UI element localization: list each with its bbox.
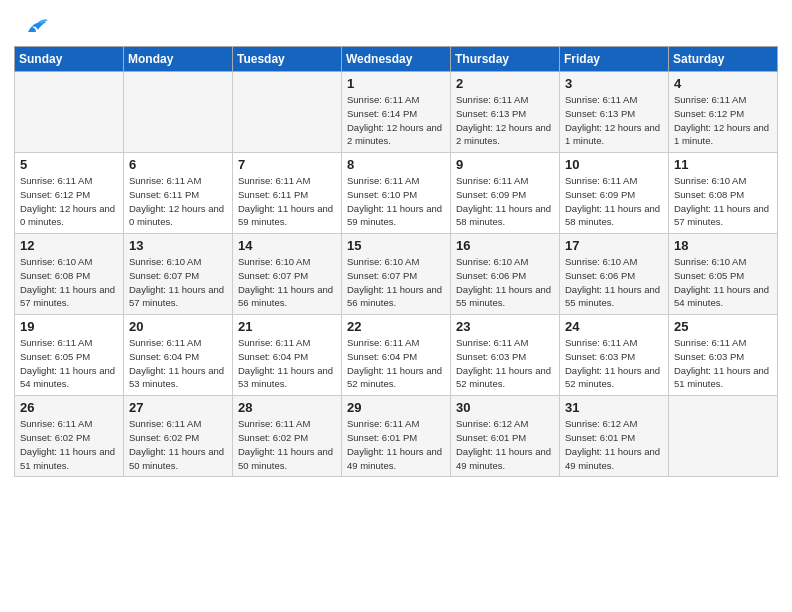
calendar-cell: 18Sunrise: 6:10 AM Sunset: 6:05 PM Dayli… (669, 234, 778, 315)
day-info: Sunrise: 6:11 AM Sunset: 6:04 PM Dayligh… (347, 336, 445, 391)
day-info: Sunrise: 6:11 AM Sunset: 6:09 PM Dayligh… (456, 174, 554, 229)
calendar-header-row: SundayMondayTuesdayWednesdayThursdayFrid… (15, 47, 778, 72)
calendar-header-friday: Friday (560, 47, 669, 72)
day-info: Sunrise: 6:11 AM Sunset: 6:03 PM Dayligh… (565, 336, 663, 391)
day-info: Sunrise: 6:12 AM Sunset: 6:01 PM Dayligh… (456, 417, 554, 472)
day-info: Sunrise: 6:11 AM Sunset: 6:05 PM Dayligh… (20, 336, 118, 391)
calendar-cell (15, 72, 124, 153)
day-info: Sunrise: 6:11 AM Sunset: 6:12 PM Dayligh… (674, 93, 772, 148)
day-info: Sunrise: 6:10 AM Sunset: 6:07 PM Dayligh… (129, 255, 227, 310)
calendar-cell: 9Sunrise: 6:11 AM Sunset: 6:09 PM Daylig… (451, 153, 560, 234)
day-info: Sunrise: 6:11 AM Sunset: 6:04 PM Dayligh… (238, 336, 336, 391)
calendar-cell: 3Sunrise: 6:11 AM Sunset: 6:13 PM Daylig… (560, 72, 669, 153)
day-number: 16 (456, 238, 554, 253)
day-number: 20 (129, 319, 227, 334)
day-info: Sunrise: 6:10 AM Sunset: 6:05 PM Dayligh… (674, 255, 772, 310)
calendar-week-3: 12Sunrise: 6:10 AM Sunset: 6:08 PM Dayli… (15, 234, 778, 315)
calendar-header-thursday: Thursday (451, 47, 560, 72)
day-info: Sunrise: 6:11 AM Sunset: 6:02 PM Dayligh… (129, 417, 227, 472)
calendar-cell: 10Sunrise: 6:11 AM Sunset: 6:09 PM Dayli… (560, 153, 669, 234)
calendar-cell (669, 396, 778, 477)
day-number: 7 (238, 157, 336, 172)
day-info: Sunrise: 6:11 AM Sunset: 6:11 PM Dayligh… (238, 174, 336, 229)
header (0, 0, 792, 46)
day-number: 5 (20, 157, 118, 172)
day-info: Sunrise: 6:11 AM Sunset: 6:02 PM Dayligh… (20, 417, 118, 472)
calendar-cell: 7Sunrise: 6:11 AM Sunset: 6:11 PM Daylig… (233, 153, 342, 234)
calendar-week-2: 5Sunrise: 6:11 AM Sunset: 6:12 PM Daylig… (15, 153, 778, 234)
calendar-cell: 12Sunrise: 6:10 AM Sunset: 6:08 PM Dayli… (15, 234, 124, 315)
calendar-header-monday: Monday (124, 47, 233, 72)
day-number: 30 (456, 400, 554, 415)
calendar-cell: 21Sunrise: 6:11 AM Sunset: 6:04 PM Dayli… (233, 315, 342, 396)
day-number: 17 (565, 238, 663, 253)
calendar-cell: 11Sunrise: 6:10 AM Sunset: 6:08 PM Dayli… (669, 153, 778, 234)
day-info: Sunrise: 6:10 AM Sunset: 6:07 PM Dayligh… (347, 255, 445, 310)
day-number: 19 (20, 319, 118, 334)
day-info: Sunrise: 6:10 AM Sunset: 6:07 PM Dayligh… (238, 255, 336, 310)
day-number: 9 (456, 157, 554, 172)
calendar-cell: 30Sunrise: 6:12 AM Sunset: 6:01 PM Dayli… (451, 396, 560, 477)
day-info: Sunrise: 6:11 AM Sunset: 6:12 PM Dayligh… (20, 174, 118, 229)
day-info: Sunrise: 6:11 AM Sunset: 6:14 PM Dayligh… (347, 93, 445, 148)
calendar-header-wednesday: Wednesday (342, 47, 451, 72)
day-number: 12 (20, 238, 118, 253)
calendar-cell: 23Sunrise: 6:11 AM Sunset: 6:03 PM Dayli… (451, 315, 560, 396)
day-number: 10 (565, 157, 663, 172)
day-number: 18 (674, 238, 772, 253)
calendar-cell: 16Sunrise: 6:10 AM Sunset: 6:06 PM Dayli… (451, 234, 560, 315)
day-info: Sunrise: 6:11 AM Sunset: 6:09 PM Dayligh… (565, 174, 663, 229)
calendar-cell: 25Sunrise: 6:11 AM Sunset: 6:03 PM Dayli… (669, 315, 778, 396)
day-number: 28 (238, 400, 336, 415)
day-number: 4 (674, 76, 772, 91)
day-info: Sunrise: 6:10 AM Sunset: 6:06 PM Dayligh… (565, 255, 663, 310)
day-number: 15 (347, 238, 445, 253)
calendar-cell: 29Sunrise: 6:11 AM Sunset: 6:01 PM Dayli… (342, 396, 451, 477)
day-info: Sunrise: 6:11 AM Sunset: 6:03 PM Dayligh… (456, 336, 554, 391)
calendar-cell: 31Sunrise: 6:12 AM Sunset: 6:01 PM Dayli… (560, 396, 669, 477)
calendar-cell: 24Sunrise: 6:11 AM Sunset: 6:03 PM Dayli… (560, 315, 669, 396)
day-info: Sunrise: 6:11 AM Sunset: 6:04 PM Dayligh… (129, 336, 227, 391)
day-number: 31 (565, 400, 663, 415)
day-info: Sunrise: 6:10 AM Sunset: 6:06 PM Dayligh… (456, 255, 554, 310)
day-info: Sunrise: 6:10 AM Sunset: 6:08 PM Dayligh… (674, 174, 772, 229)
calendar-cell (233, 72, 342, 153)
day-number: 25 (674, 319, 772, 334)
logo (24, 18, 48, 36)
calendar-cell: 13Sunrise: 6:10 AM Sunset: 6:07 PM Dayli… (124, 234, 233, 315)
day-info: Sunrise: 6:11 AM Sunset: 6:01 PM Dayligh… (347, 417, 445, 472)
calendar-header-sunday: Sunday (15, 47, 124, 72)
calendar-cell: 15Sunrise: 6:10 AM Sunset: 6:07 PM Dayli… (342, 234, 451, 315)
day-number: 26 (20, 400, 118, 415)
calendar-cell: 27Sunrise: 6:11 AM Sunset: 6:02 PM Dayli… (124, 396, 233, 477)
day-number: 21 (238, 319, 336, 334)
calendar-cell: 22Sunrise: 6:11 AM Sunset: 6:04 PM Dayli… (342, 315, 451, 396)
day-number: 14 (238, 238, 336, 253)
calendar-cell (124, 72, 233, 153)
day-number: 1 (347, 76, 445, 91)
calendar-header-saturday: Saturday (669, 47, 778, 72)
day-number: 6 (129, 157, 227, 172)
calendar-cell: 20Sunrise: 6:11 AM Sunset: 6:04 PM Dayli… (124, 315, 233, 396)
calendar-cell: 17Sunrise: 6:10 AM Sunset: 6:06 PM Dayli… (560, 234, 669, 315)
page: SundayMondayTuesdayWednesdayThursdayFrid… (0, 0, 792, 612)
calendar-cell: 14Sunrise: 6:10 AM Sunset: 6:07 PM Dayli… (233, 234, 342, 315)
logo-bird-icon (26, 18, 48, 36)
calendar-week-5: 26Sunrise: 6:11 AM Sunset: 6:02 PM Dayli… (15, 396, 778, 477)
day-number: 23 (456, 319, 554, 334)
day-info: Sunrise: 6:11 AM Sunset: 6:10 PM Dayligh… (347, 174, 445, 229)
calendar-cell: 28Sunrise: 6:11 AM Sunset: 6:02 PM Dayli… (233, 396, 342, 477)
day-number: 29 (347, 400, 445, 415)
day-number: 27 (129, 400, 227, 415)
day-info: Sunrise: 6:12 AM Sunset: 6:01 PM Dayligh… (565, 417, 663, 472)
day-number: 2 (456, 76, 554, 91)
day-info: Sunrise: 6:11 AM Sunset: 6:11 PM Dayligh… (129, 174, 227, 229)
day-info: Sunrise: 6:10 AM Sunset: 6:08 PM Dayligh… (20, 255, 118, 310)
calendar-cell: 5Sunrise: 6:11 AM Sunset: 6:12 PM Daylig… (15, 153, 124, 234)
calendar-week-1: 1Sunrise: 6:11 AM Sunset: 6:14 PM Daylig… (15, 72, 778, 153)
calendar-cell: 19Sunrise: 6:11 AM Sunset: 6:05 PM Dayli… (15, 315, 124, 396)
calendar-cell: 8Sunrise: 6:11 AM Sunset: 6:10 PM Daylig… (342, 153, 451, 234)
day-number: 24 (565, 319, 663, 334)
day-number: 8 (347, 157, 445, 172)
calendar-header-tuesday: Tuesday (233, 47, 342, 72)
